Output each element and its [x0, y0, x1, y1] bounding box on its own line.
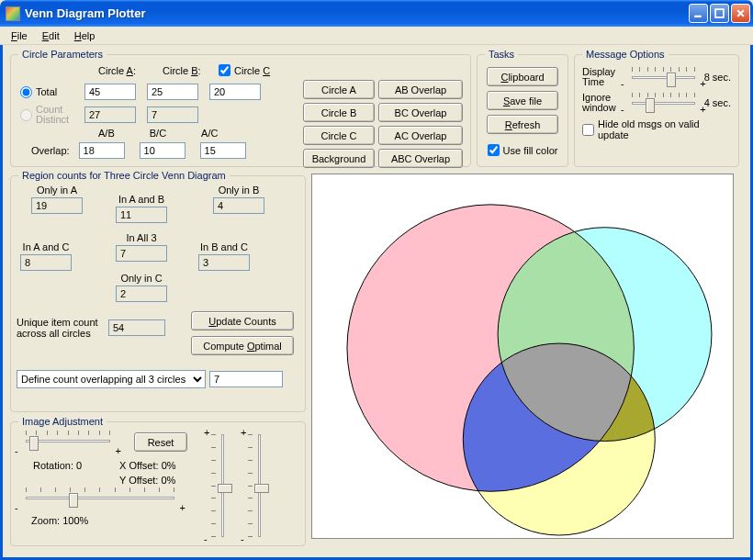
ab-header: A/B	[98, 128, 115, 139]
only-a-value	[31, 197, 83, 214]
cd-a-input	[84, 106, 136, 123]
save-file-button[interactable]: Save file	[487, 91, 558, 110]
unique-count-value	[108, 319, 165, 336]
circle-c-header: Circle C	[234, 65, 270, 76]
hide-old-msgs-label: Hide old msgs on valid update	[598, 118, 731, 140]
background-color-button[interactable]: Background	[303, 149, 375, 168]
ac-header: A/C	[201, 128, 218, 139]
clipboard-button[interactable]: Clipboard	[487, 67, 558, 86]
minimize-button[interactable]	[689, 4, 708, 23]
overlap-bc-input[interactable]	[140, 142, 185, 159]
in-ac-value	[20, 254, 72, 271]
minus-icon: -	[241, 533, 244, 544]
only-a-label: Only in A	[31, 185, 83, 196]
in-ac-label: In A and C	[20, 241, 72, 252]
region-mode-value-input[interactable]	[209, 371, 283, 387]
update-counts-button[interactable]: Update Counts	[191, 311, 294, 330]
x-offset-label: X Offset: 0%	[119, 460, 176, 471]
minus-icon: -	[621, 78, 624, 89]
menu-file[interactable]: File	[4, 28, 35, 43]
rotation-label: Rotation: 0	[33, 460, 82, 471]
abc-overlap-color-button[interactable]: ABC Overlap	[378, 149, 463, 168]
menubar: File Edit Help	[0, 27, 753, 45]
menu-help[interactable]: Help	[67, 28, 103, 43]
venn-diagram-svg	[312, 174, 733, 538]
bc-overlap-color-button[interactable]: BC Overlap	[378, 103, 463, 122]
message-options-group: Message Options DisplayTime - + 8 sec. I…	[574, 49, 739, 167]
ignore-window-value: 4 sec.	[704, 97, 731, 108]
circle-a-header: Circle A:	[98, 65, 136, 76]
circle-c-color-button[interactable]: Circle C	[303, 126, 375, 145]
total-radio[interactable]	[20, 86, 32, 98]
minus-icon: -	[15, 445, 18, 456]
only-b-value	[213, 197, 264, 214]
plus-icon: +	[204, 427, 209, 438]
overlap-ab-input[interactable]	[79, 142, 125, 159]
image-adjustment-group: Image Adjustment - + Reset Rotation: 0 X…	[10, 416, 306, 546]
message-options-legend: Message Options	[582, 49, 669, 60]
plus-icon: +	[700, 104, 705, 115]
x-offset-slider[interactable]: + -	[211, 431, 235, 541]
svg-rect-1	[715, 9, 724, 17]
compute-optimal-button[interactable]: Compute Optimal	[191, 336, 294, 355]
plus-icon: +	[180, 502, 185, 513]
only-b-label: Only in B	[213, 185, 264, 196]
circle-parameters-legend: Circle Parameters	[18, 49, 107, 60]
app-icon	[6, 6, 20, 21]
cd-b-input	[147, 106, 198, 123]
display-time-label: DisplayTime	[582, 67, 623, 87]
rotation-slider[interactable]: - +	[22, 431, 114, 454]
tasks-legend: Tasks	[485, 49, 518, 60]
reset-button[interactable]: Reset	[134, 432, 187, 452]
maximize-button[interactable]	[710, 4, 729, 23]
plus-icon: +	[241, 427, 246, 438]
circle-parameters-group: Circle Parameters Circle A: Circle B: Ci…	[10, 49, 471, 167]
minus-icon: -	[621, 104, 624, 115]
close-button[interactable]	[731, 4, 750, 23]
use-fill-color-label: Use fill color	[503, 145, 558, 156]
in-bc-value	[198, 254, 250, 271]
only-c-label: Only in C	[116, 273, 167, 284]
window-title: Venn Diagram Plotter	[25, 6, 689, 20]
circle-c-checkbox[interactable]	[219, 64, 230, 76]
in-ab-label: In A and B	[116, 194, 167, 205]
count-distinct-label: CountDistinct	[36, 105, 69, 125]
ignore-window-slider[interactable]: - +	[628, 93, 699, 113]
total-b-input[interactable]	[147, 84, 198, 100]
tasks-group: Tasks Clipboard Save file Refresh Use fi…	[477, 49, 568, 167]
menu-edit[interactable]: Edit	[35, 28, 67, 43]
ignore-window-label: Ignorewindow	[582, 93, 623, 113]
ab-overlap-color-button[interactable]: AB Overlap	[378, 80, 463, 99]
region-counts-group: Region counts for Three Circle Venn Diag…	[10, 170, 306, 412]
zoom-slider[interactable]: - +	[22, 487, 178, 511]
bc-header: B/C	[150, 128, 166, 139]
unique-count-label: Unique item count across all circles	[17, 317, 101, 339]
y-offset-slider[interactable]: + -	[248, 431, 272, 541]
in-all-3-value	[116, 245, 167, 262]
region-mode-select[interactable]: Define count overlapping all 3 circles	[17, 370, 206, 388]
total-label: Total	[36, 86, 57, 97]
use-fill-color-checkbox[interactable]	[488, 144, 500, 156]
image-adjustment-legend: Image Adjustment	[18, 416, 107, 427]
venn-diagram-canvas	[311, 174, 734, 539]
display-time-slider[interactable]: - +	[628, 67, 699, 87]
ac-overlap-color-button[interactable]: AC Overlap	[378, 126, 463, 145]
total-a-input[interactable]	[84, 84, 136, 100]
plus-icon: +	[116, 445, 121, 456]
minus-icon: -	[204, 533, 208, 544]
overlap-ac-input[interactable]	[200, 142, 246, 159]
refresh-button[interactable]: Refresh	[487, 115, 558, 134]
hide-old-msgs-checkbox[interactable]	[582, 124, 594, 136]
display-time-value: 8 sec.	[704, 72, 731, 83]
zoom-label: Zoom: 100%	[31, 515, 88, 526]
circle-a-color-button[interactable]: Circle A	[303, 80, 375, 99]
only-c-value	[116, 286, 167, 302]
plus-icon: +	[700, 78, 705, 89]
in-ab-value	[116, 207, 167, 223]
total-c-input[interactable]	[209, 84, 261, 100]
circle-b-color-button[interactable]: Circle B	[303, 103, 375, 122]
circle-b-header: Circle B:	[163, 65, 201, 76]
minus-icon: -	[15, 502, 18, 513]
y-offset-label: Y Offset: 0%	[119, 475, 175, 486]
count-distinct-radio	[20, 109, 32, 121]
